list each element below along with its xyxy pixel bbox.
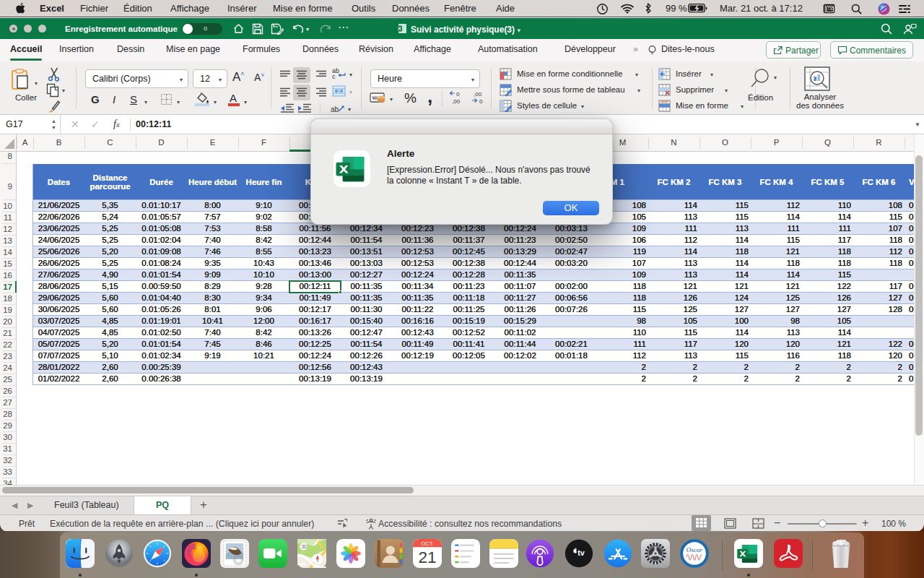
- svg-text:0: 0: [456, 91, 460, 98]
- svg-text:21: 21: [418, 548, 436, 566]
- svg-text:c: c: [332, 73, 336, 79]
- svg-text:ab: ab: [331, 105, 339, 113]
- svg-text:,00: ,00: [452, 98, 461, 105]
- svg-text:3D: 3D: [301, 544, 308, 549]
- svg-text:,00: ,00: [474, 91, 482, 98]
- svg-text:₩: ₩: [372, 95, 378, 101]
- svg-text:tv: tv: [578, 548, 585, 557]
- svg-text:0: 0: [479, 98, 483, 105]
- svg-text:Oscar: Oscar: [687, 546, 703, 553]
- svg-text:OCT.: OCT.: [422, 540, 434, 547]
